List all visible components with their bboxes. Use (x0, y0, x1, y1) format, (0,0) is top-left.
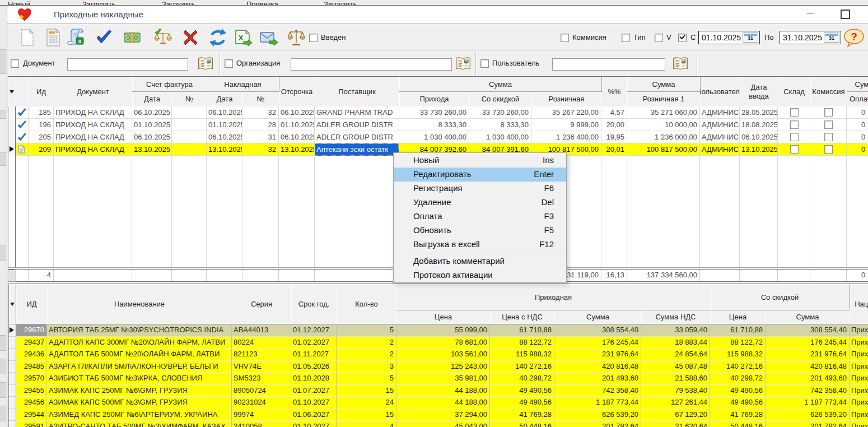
column-header[interactable]: Сумма (766, 310, 850, 324)
grid-cell[interactable] (810, 106, 846, 119)
skl-checkbox[interactable] (790, 145, 799, 154)
grid-cell[interactable]: 201 792,64 (766, 421, 850, 427)
grid-cell[interactable] (778, 143, 810, 156)
grid-cell[interactable]: 49 490,56 (710, 385, 766, 397)
grid-cell[interactable]: 29670 (16, 324, 47, 337)
grid-cell[interactable]: 78 681,00 (396, 337, 490, 349)
grid-cell[interactable] (16, 119, 28, 131)
grid-cell[interactable]: 196 (29, 119, 53, 131)
context-menu-item[interactable]: Добавить комментарий (394, 254, 566, 268)
grid-cell[interactable]: 24 854,64 (641, 349, 710, 361)
grid-cell[interactable]: 01.11.2027 (291, 349, 337, 361)
grid-cell[interactable]: АЗИТРО-САНТО ТАБ 500МГ №3\ХИМФАРМ, КАЗАХ (47, 421, 232, 427)
grid-cell[interactable]: 1 187 773,44 (554, 397, 641, 409)
grid-cell[interactable]: 4,57 (601, 106, 627, 119)
grid-cell[interactable]: 626 539,20 (766, 409, 850, 421)
grid-cell[interactable]: 3 (337, 361, 396, 373)
grid-cell[interactable]: 01.06.2027 (291, 409, 337, 421)
grid-cell[interactable]: 01.10.2025 (279, 119, 314, 131)
grid-cell[interactable]: 742 358,40 (766, 385, 850, 397)
grid-cell[interactable]: 2 (337, 349, 396, 361)
grid-cell[interactable]: 10 000,00 (627, 119, 699, 131)
grid-cell[interactable]: 125 243,00 (396, 361, 490, 373)
grid-cell[interactable]: 01.12.2027 (291, 324, 337, 337)
grid-cell[interactable]: 29544 (16, 409, 47, 421)
grid-cell[interactable]: 13.10.2025 (207, 143, 242, 156)
grid-cell[interactable]: 13.10.2025 (279, 143, 314, 156)
grid-cell[interactable]: 0 (847, 119, 868, 131)
grid-cell[interactable]: 29436 (16, 349, 47, 361)
column-header[interactable]: Наименование (47, 284, 232, 324)
grid-cell[interactable]: 0 (847, 143, 868, 156)
grid-cell[interactable]: Приход (850, 409, 868, 421)
grid-cell[interactable]: 89050724 (232, 385, 291, 397)
grid-cell[interactable]: 420 816,48 (554, 361, 641, 373)
grid-cell[interactable]: 176 245,44 (766, 337, 850, 349)
grid-cell[interactable]: ПРИХОД НА СКЛАД (54, 143, 132, 156)
grid-cell[interactable]: 37 294,00 (396, 409, 490, 421)
skl-checkbox[interactable] (790, 120, 799, 129)
grid-cell[interactable]: 67 129,20 (641, 409, 710, 421)
grid-cell[interactable]: 31 (242, 131, 278, 143)
column-header[interactable]: Сумма (554, 310, 642, 324)
grid-cell[interactable]: 55 099,00 (396, 324, 490, 337)
context-menu-item[interactable]: РегистрацияF6 (394, 182, 566, 196)
skl-checkbox[interactable] (790, 108, 799, 117)
lower-grid-row[interactable]: 29670АВТОРИЯ ТАБ 25МГ №30\PSYCHOTROPICS … (8, 324, 868, 337)
grid-cell[interactable]: 8 333,30 (469, 119, 531, 131)
grid-cell[interactable]: ABA44013 (232, 324, 291, 337)
column-header[interactable]: Цена (710, 310, 766, 324)
grid-cell[interactable]: 33 730 260,00 (399, 106, 469, 119)
grid-cell[interactable]: 29570 (16, 373, 47, 385)
grid-cell[interactable]: 49 490,56 (490, 397, 554, 409)
grid-cell[interactable]: Приход (850, 373, 868, 385)
grid-cell[interactable]: 32 (242, 106, 278, 119)
grid-cell[interactable]: 13.10.2025 (132, 143, 171, 156)
grid-cell[interactable] (778, 119, 810, 131)
context-menu-item[interactable]: Протокол активации (394, 268, 566, 282)
kom-checkbox[interactable] (824, 120, 833, 129)
grid-cell[interactable]: 40 298,72 (710, 373, 766, 385)
grid-cell[interactable]: 33 730 260,00 (469, 106, 531, 119)
column-header[interactable]: Наценка (850, 284, 868, 324)
grid-cell[interactable]: 45 087,48 (641, 361, 710, 373)
grid-cell[interactable]: 100 817 500,00 (627, 143, 699, 156)
grid-cell[interactable]: 1 236 400,00 (531, 131, 601, 143)
grid-cell[interactable]: 41 769,28 (490, 409, 554, 421)
grid-cell[interactable]: АЗИМЕД КАПС 250МГ №6\АРТЕРИУМ, УКРАИНА (47, 409, 232, 421)
grid-cell[interactable] (810, 143, 846, 156)
grid-cell[interactable]: 06.10.2025 (279, 106, 314, 119)
grid-cell[interactable] (172, 106, 206, 119)
grid-cell[interactable]: 06.10.2025 (132, 131, 171, 143)
context-menu-item[interactable]: ОбновитьF5 (394, 224, 566, 238)
grid-cell[interactable]: 49 490,56 (490, 385, 554, 397)
grid-cell[interactable]: 231 976,64 (554, 349, 641, 361)
grid-cell[interactable]: АЗИМАК КАПС 500МГ №3\GMP, ГРУЗИЯ (47, 397, 232, 409)
grid-cell[interactable]: 103 561,00 (396, 349, 490, 361)
grid-cell[interactable]: 18 883,44 (641, 337, 710, 349)
grid-cell[interactable]: ADLER GROUP DISTR (315, 119, 399, 131)
grid-cell[interactable]: 115 988,32 (490, 349, 554, 361)
grid-cell[interactable]: 1 187 773,44 (766, 397, 850, 409)
grid-cell[interactable]: 06.10.2025 (207, 106, 242, 119)
lower-grid-row[interactable]: 29436АДАПТОЛ ТАБ 500МГ №20\ОЛАЙН ФАРМ, Л… (8, 349, 868, 361)
grid-cell[interactable]: 0 (847, 106, 868, 119)
grid-cell[interactable]: 15 (337, 385, 396, 397)
grid-cell[interactable]: 5 (337, 373, 396, 385)
grid-cell[interactable]: 8 333,30 (399, 119, 469, 131)
grid-cell[interactable]: 45 043,00 (396, 421, 490, 427)
grid-cell[interactable]: 1 030 400,00 (399, 131, 469, 143)
grid-cell[interactable]: 44 188,00 (396, 385, 490, 397)
grid-cell[interactable]: 5 (337, 324, 396, 337)
column-group-header[interactable]: Со скидкой (710, 284, 850, 310)
grid-cell[interactable]: 06.10.2025 (132, 106, 171, 119)
grid-cell[interactable]: 626 539,20 (554, 409, 641, 421)
grid-cell[interactable]: 35 981,00 (396, 373, 490, 385)
grid-cell[interactable]: 01.10.2027 (291, 397, 337, 409)
grid-cell[interactable]: 06.10.2025 (740, 131, 777, 143)
grid-cell[interactable]: 29437 (16, 337, 47, 349)
lower-grid-row[interactable]: 29544АЗИМЕД КАПС 250МГ №6\АРТЕРИУМ, УКРА… (8, 409, 868, 421)
grid-cell[interactable]: 40 298,72 (490, 373, 554, 385)
lower-grid-row[interactable]: 29456АЗИМАК КАПС 500МГ №3\GMP, ГРУЗИЯ902… (8, 397, 868, 409)
grid-cell[interactable]: 1 030 400,00 (469, 131, 531, 143)
